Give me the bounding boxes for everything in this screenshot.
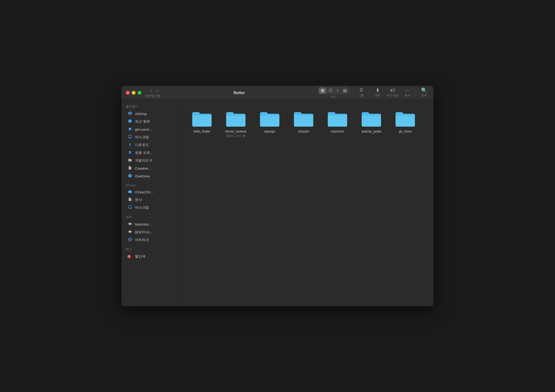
sidebar-item-icloud-desktop[interactable]: 데스크탑 <box>123 204 179 211</box>
separator-3 <box>415 89 416 97</box>
folder-subtitle-movie_reviews: 업로드 대기 중 <box>226 134 246 138</box>
icon-view-button[interactable]: ⊞ <box>319 87 326 94</box>
sidebar-item-icloud-drive[interactable]: iCloud Dri... <box>123 188 179 196</box>
sidebar-item-label-onedrive: OneDrive <box>135 174 150 178</box>
bootcamp-icon <box>127 230 132 234</box>
folders-grid: hello_flutter movie_reviews업로드 대기 중 daan… <box>187 108 427 140</box>
sidebar-item-downloads[interactable]: 다운로드 <box>123 141 179 149</box>
search-label: 검색 <box>421 94 427 97</box>
sidebar-item-label-home: gim-yeon... <box>135 127 152 131</box>
sidebar-item-airdrop[interactable]: AirDrop <box>123 110 179 117</box>
maximize-button[interactable] <box>138 91 141 95</box>
minimize-button[interactable] <box>132 91 136 95</box>
folder-icon-watcha_pedia <box>361 110 382 127</box>
folder-name-watcha_pedia: watcha_pedia <box>361 130 381 133</box>
network-icon <box>127 237 132 242</box>
finder-window: ‹ › 뒤로/앞으로 flutter ⊞ ☰ ⦀ ▦ 보기 ⠿ <box>122 86 433 306</box>
home-icon <box>127 127 132 132</box>
sidebar-section-title-icloud: iCloud <box>122 182 180 188</box>
list-view-button[interactable]: ☰ <box>326 87 335 94</box>
sidebar-item-network[interactable]: 네트워크 <box>123 236 179 244</box>
search-button[interactable]: 🔍 검색 <box>419 87 429 98</box>
sidebar-item-devtools[interactable]: 개발자도구 <box>123 157 179 164</box>
sidebar-item-label-icloud-desktop: 데스크탑 <box>135 205 149 210</box>
desktop-icon <box>127 135 132 140</box>
sidebar-item-label-airdrop: AirDrop <box>135 112 147 116</box>
devtools-icon <box>127 158 132 163</box>
tag-icon: 🏷 <box>390 88 395 93</box>
sidebar-item-home[interactable]: gim-yeon... <box>123 126 179 133</box>
folder-item-watcha_pedia[interactable]: watcha_pedia <box>357 108 386 140</box>
sidebar-item-label-icloud-drive: iCloud Dri... <box>135 190 153 194</box>
red-icon <box>127 255 132 258</box>
group-icon: ⠿ <box>360 88 363 93</box>
folder-item-daangn[interactable]: daangn <box>255 108 284 140</box>
folder-icon-mymemo <box>327 110 348 127</box>
main-content: 즐겨찾기AirDrop최근 항목gim-yeon...데스크탑다운로드응용 프로… <box>122 100 433 306</box>
sidebar-item-label-network: 네트워크 <box>135 237 149 242</box>
nav-buttons: ‹ › <box>149 87 159 93</box>
sidebar-item-creative[interactable]: Creative... <box>123 165 179 172</box>
sidebar-item-macintosh[interactable]: Macintos... <box>123 220 179 228</box>
action-label: 동작 <box>405 94 410 97</box>
folder-icon-shazam <box>293 110 314 127</box>
sidebar-item-bootcamp[interactable]: BOOTCA... <box>123 228 179 236</box>
gallery-view-button[interactable]: ▦ <box>341 87 349 94</box>
forward-button[interactable]: › <box>155 87 159 93</box>
sidebar-section-favorites: 즐겨찾기AirDrop최근 항목gim-yeon...데스크탑다운로드응용 프로… <box>122 103 180 180</box>
nav-label: 뒤로/앞으로 <box>145 94 160 98</box>
sidebar: 즐겨찾기AirDrop최근 항목gim-yeon...데스크탑다운로드응용 프로… <box>122 100 181 306</box>
svg-point-1 <box>128 230 132 233</box>
search-icon: 🔍 <box>421 88 427 93</box>
title-section: flutter <box>163 90 315 95</box>
svg-point-0 <box>128 223 132 225</box>
folder-item-movie_reviews[interactable]: movie_reviews업로드 대기 중 <box>221 108 251 140</box>
column-view-button[interactable]: ⦀ <box>335 87 341 94</box>
content-area: hello_flutter movie_reviews업로드 대기 중 daan… <box>181 100 433 306</box>
red-tag-dot <box>127 255 131 258</box>
toolbar-right: ⊞ ☰ ⦀ ▦ 보기 ⠿ 그룹 ⬆ 공유 🏷 <box>318 87 429 99</box>
titlebar: ‹ › 뒤로/앞으로 flutter ⊞ ☰ ⦀ ▦ 보기 ⠿ <box>122 86 433 100</box>
sidebar-item-desktop[interactable]: 데스크탑 <box>123 133 179 141</box>
share-label: 공유 <box>375 94 380 97</box>
action-button[interactable]: ··· 동작 <box>403 87 412 98</box>
group-button[interactable]: ⠿ 그룹 <box>356 87 366 98</box>
apps-icon <box>127 150 132 155</box>
tag-edit-button[interactable]: 🏷 태그 편집 <box>385 87 400 98</box>
sidebar-section-tags: 태그빨간색 <box>122 246 180 260</box>
sidebar-section-title-tags: 태그 <box>122 246 180 252</box>
sidebar-item-label-apps: 응용 프로... <box>135 150 153 155</box>
airdrop-icon <box>127 111 132 116</box>
folder-name-mymemo: mymemo <box>331 130 344 133</box>
folder-icon-hello_flutter <box>191 110 213 127</box>
sidebar-item-recents[interactable]: 최근 항목 <box>123 118 179 125</box>
sidebar-section-icloud: iCloudiCloud Dri...문서데스크탑 <box>122 182 180 211</box>
icloud-desktop-icon <box>127 205 132 210</box>
sidebar-item-label-bootcamp: BOOTCA... <box>135 230 153 234</box>
window-title: flutter <box>233 90 245 95</box>
separator-1 <box>353 89 353 97</box>
close-button[interactable] <box>126 91 130 95</box>
folder-item-mymemo[interactable]: mymemo <box>323 108 352 140</box>
macintosh-icon <box>127 222 132 227</box>
share-icon: ⬆ <box>376 88 380 93</box>
sidebar-item-label-macintosh: Macintos... <box>135 222 152 226</box>
sidebar-item-apps[interactable]: 응용 프로... <box>123 149 179 156</box>
sidebar-section-locations: 위치Macintos...BOOTCA...네트워크 <box>122 213 180 244</box>
icloud-drive-icon <box>127 190 132 194</box>
back-button[interactable]: ‹ <box>149 87 154 93</box>
sidebar-item-label-devtools: 개발자도구 <box>135 158 152 163</box>
sidebar-item-documents[interactable]: 문서 <box>123 196 179 204</box>
folder-item-git_clone[interactable]: git_clone <box>390 108 420 140</box>
sidebar-item-label-recents: 최근 항목 <box>135 119 150 124</box>
sidebar-item-red[interactable]: 빨간색 <box>123 253 179 260</box>
sidebar-item-onedrive[interactable]: OneDrive <box>123 172 179 180</box>
sidebar-item-label-red: 빨간색 <box>135 254 145 259</box>
folder-item-hello_flutter[interactable]: hello_flutter <box>187 108 217 140</box>
creative-icon <box>127 166 132 171</box>
folder-item-shazam[interactable]: shazam <box>289 108 318 140</box>
folder-name-movie_reviews: movie_reviews <box>225 130 246 133</box>
sidebar-item-label-creative: Creative... <box>135 166 151 170</box>
view-section: ⊞ ☰ ⦀ ▦ 보기 <box>318 87 350 99</box>
share-button[interactable]: ⬆ 공유 <box>373 87 382 98</box>
